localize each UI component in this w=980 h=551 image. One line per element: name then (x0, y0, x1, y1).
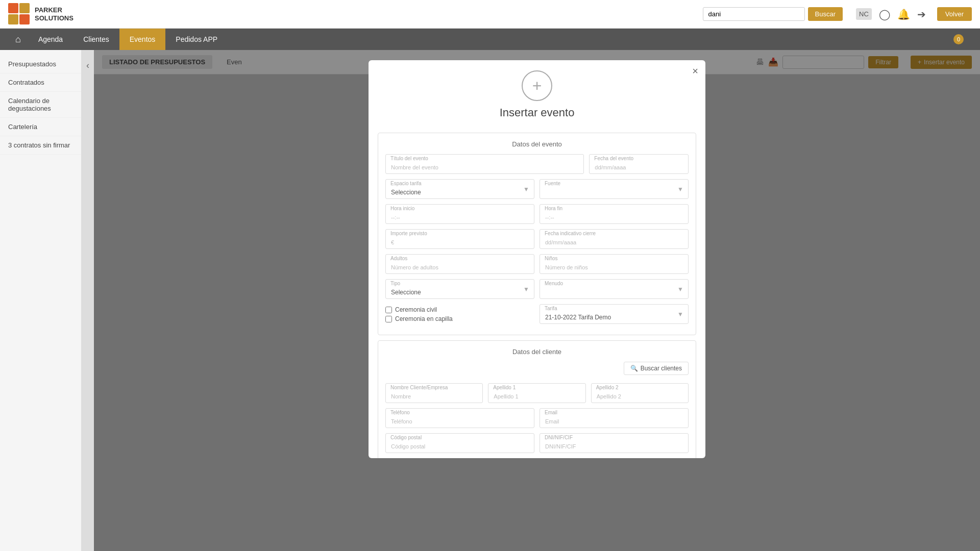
tipo-wrapper: Tipo Seleccione ▼ (385, 279, 534, 299)
fecha-cierre-label: Fecha indicativo cierre (545, 231, 596, 236)
sidebar-item-presupuestados[interactable]: Presupuestados (0, 55, 81, 73)
sidebar: Presupuestados Contratados Calendario de… (0, 50, 82, 551)
fecha-evento-label: Fecha del evento (594, 156, 633, 161)
tipo-label: Tipo (390, 281, 400, 286)
cliente-row-3: Código postal DNI/NIF/CIF (385, 433, 689, 453)
topbar-icons: NC ◯ 🔔 ➔ Volver (856, 7, 972, 21)
importe-previsto-group: Importe previsto (385, 229, 534, 249)
logo-icon (8, 3, 31, 26)
titulo-evento-label: Título del evento (390, 156, 428, 161)
modal-plus-circle-icon: + (522, 70, 552, 101)
ceremonia-capilla-checkbox[interactable] (385, 316, 392, 322)
hora-inicio-group: Hora inicio (385, 204, 534, 224)
search-icon: 🔍 (630, 365, 638, 372)
sidebar-item-contratos[interactable]: 3 contratos sin firmar (0, 136, 81, 155)
topbar: PARKER SOLUTIONS Buscar NC ◯ 🔔 ➔ Volver (0, 0, 980, 29)
modal-overlay: × + Insertar evento Datos del evento Tít… (94, 50, 980, 551)
modal: × + Insertar evento Datos del evento Tít… (369, 60, 705, 458)
tarifa-select[interactable]: 21-10-2022 Tarifa Demo (540, 304, 689, 324)
section-datos-cliente-title: Datos del cliente (385, 348, 689, 356)
search-input[interactable] (703, 7, 805, 21)
ceremonia-capilla-text: Ceremonia en capilla (395, 315, 453, 322)
ceremonias-group: Ceremonia civil Ceremonia en capilla (385, 304, 534, 324)
buscar-clientes-button[interactable]: 🔍 Buscar clientes (624, 362, 689, 375)
logout-icon[interactable]: ➔ (917, 8, 926, 20)
apellido1-label: Apellido 1 (493, 385, 516, 390)
nav-agenda[interactable]: Agenda (28, 29, 73, 50)
ceremonia-civil-label[interactable]: Ceremonia civil (385, 306, 534, 313)
notification-badge[interactable]: 🔔 (897, 8, 910, 20)
apellido2-label: Apellido 2 (596, 385, 619, 390)
section-datos-cliente: Datos del cliente 🔍 Buscar clientes Nomb… (378, 340, 696, 458)
form-row-7: Ceremonia civil Ceremonia en capilla Tar… (385, 304, 689, 324)
email-input[interactable] (540, 408, 689, 428)
modal-close-button[interactable]: × (692, 65, 698, 77)
tipo-select[interactable]: Seleccione (385, 279, 534, 299)
apellido1-group: Apellido 1 (488, 383, 585, 403)
hora-fin-group: Hora fin (540, 204, 689, 224)
ninos-group: Niños (540, 254, 689, 274)
adultos-group: Adultos (385, 254, 534, 274)
espacio-tarifa-label: Espacio tarifa (390, 181, 422, 186)
ninos-input[interactable] (540, 254, 689, 274)
svg-rect-2 (8, 14, 18, 24)
dni-nif-label: DNI/NIF/CIF (545, 435, 573, 440)
back-button[interactable]: Volver (937, 7, 972, 21)
form-row-4: Importe previsto Fecha indicativo cierre (385, 229, 689, 249)
ceremonia-civil-text: Ceremonia civil (395, 306, 437, 313)
codigo-postal-label: Código postal (390, 435, 422, 440)
nav-home[interactable]: ⌂ (8, 29, 28, 50)
nav-pedidos[interactable]: Pedidos APP (165, 29, 228, 50)
nav-eventos[interactable]: Eventos (119, 29, 166, 50)
section-datos-evento-title: Datos del evento (385, 140, 689, 148)
menudo-wrapper: Menudo ▼ (540, 279, 689, 299)
user-initials: NC (856, 8, 872, 20)
ceremonia-capilla-label[interactable]: Ceremonia en capilla (385, 315, 534, 322)
ninos-label: Niños (545, 256, 558, 261)
search-bar: Buscar (703, 7, 843, 21)
importe-previsto-label: Importe previsto (390, 231, 427, 236)
sidebar-toggle[interactable]: ‹ (82, 50, 94, 551)
modal-top: + Insertar evento (369, 60, 705, 128)
email-label: Email (545, 410, 557, 415)
search-button[interactable]: Buscar (808, 7, 843, 21)
hora-inicio-label: Hora inicio (390, 206, 414, 211)
tarifa-label: Tarifa (545, 306, 557, 311)
nav-clientes[interactable]: Clientes (73, 29, 119, 50)
form-row-3: Hora inicio Hora fin (385, 204, 689, 224)
codigo-postal-group: Código postal (385, 433, 534, 453)
fuente-select[interactable] (540, 179, 689, 199)
sidebar-item-contratados[interactable]: Contratados (0, 73, 81, 92)
svg-rect-3 (19, 14, 30, 24)
fuente-wrapper: Fuente ▼ (540, 179, 689, 199)
navbar: ⌂ Agenda Clientes Eventos Pedidos APP 0 (0, 29, 980, 50)
fuente-label: Fuente (545, 181, 560, 186)
telefono-group: Teléfono (385, 408, 534, 428)
nombre-cliente-label: Nombre Cliente/Empresa (390, 385, 448, 390)
nav-badge: 0 (953, 34, 964, 44)
fecha-cierre-group: Fecha indicativo cierre (540, 229, 689, 249)
adultos-input[interactable] (385, 254, 534, 274)
sidebar-item-calendario[interactable]: Calendario de degustaciones (0, 92, 81, 118)
main-content: LISTADO DE PRESUPUESTOS Even 🖶 📥 Filtrar… (94, 50, 980, 551)
logo-text: PARKER SOLUTIONS (35, 6, 74, 22)
dni-nif-group: DNI/NIF/CIF (540, 433, 689, 453)
hora-fin-label: Hora fin (545, 206, 562, 211)
espacio-tarifa-wrapper: Espacio tarifa Seleccione ▼ (385, 179, 534, 199)
form-row-6: Tipo Seleccione ▼ Menudo ▼ (385, 279, 689, 299)
form-row-2: Espacio tarifa Seleccione ▼ Fuente ▼ (385, 179, 689, 199)
tarifa-wrapper: Tarifa 21-10-2022 Tarifa Demo ▼ (540, 304, 689, 324)
adultos-label: Adultos (390, 256, 407, 261)
buscar-clientes-label: Buscar clientes (641, 365, 682, 372)
svg-rect-1 (19, 3, 30, 13)
titulo-evento-group: Título del evento (385, 154, 584, 174)
ceremonia-civil-checkbox[interactable] (385, 307, 392, 313)
fecha-evento-group: Fecha del evento (589, 154, 689, 174)
sidebar-item-carteleria[interactable]: Cartelería (0, 118, 81, 136)
user-circle-icon[interactable]: ◯ (879, 8, 890, 20)
logo: PARKER SOLUTIONS (8, 3, 74, 26)
cliente-row-2: Teléfono Email (385, 408, 689, 428)
menudo-label: Menudo (545, 281, 563, 286)
layout: Presupuestados Contratados Calendario de… (0, 50, 980, 551)
form-row-5: Adultos Niños (385, 254, 689, 274)
